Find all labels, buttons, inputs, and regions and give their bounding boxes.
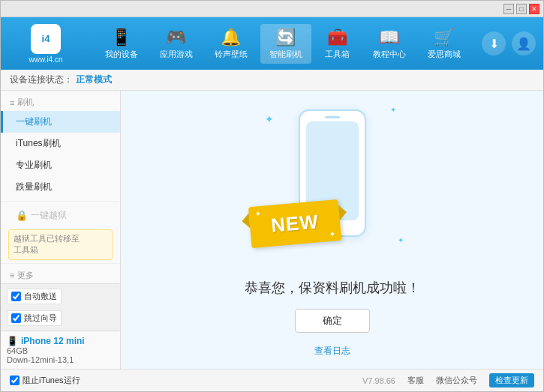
more-section-icon: ≡: [10, 271, 14, 280]
tutorial-icon: 📖: [379, 28, 399, 47]
middle-section: ≡ 刷机 一键刷机 iTunes刷机 专业刷机 跌量刷机: [1, 91, 543, 369]
bottom-bar: 阻止iTunes运行 V7.98.66 客服 微信公众号 检查更新: [1, 369, 543, 391]
itunes-running-checkbox[interactable]: [10, 376, 20, 385]
top-navigation: i4 www.i4.cn 📱 我的设备 🎮 应用游戏 🔔 铃声壁纸 🔄 智能刷机: [1, 17, 543, 70]
bottom-left: 阻止iTunes运行: [10, 375, 130, 386]
skip-wizard-checkbox[interactable]: 跳过向导: [7, 310, 62, 326]
itunes-running-text: 阻止iTunes运行: [23, 375, 80, 386]
phone-illustration: ✦ ✦ ✦ ✦ NEW ✦: [257, 102, 407, 267]
sidebar-divider-1: [1, 201, 120, 202]
minimize-button[interactable]: ─: [503, 4, 514, 14]
phone-speaker: [325, 116, 340, 118]
content-area: ✦ ✦ ✦ ✦ NEW ✦: [121, 91, 543, 369]
itunes-running-label[interactable]: 阻止iTunes运行: [10, 375, 80, 386]
skip-wizard-input[interactable]: [11, 313, 21, 323]
sidebar-scroll: ≡ 刷机 一键刷机 iTunes刷机 专业刷机 跌量刷机: [1, 91, 120, 283]
my-device-icon: 📱: [111, 28, 131, 47]
close-button[interactable]: ✕: [529, 4, 539, 14]
restore-button[interactable]: □: [516, 4, 527, 14]
lock-icon: 🔒: [16, 210, 28, 221]
nav-items: 📱 我的设备 🎮 应用游戏 🔔 铃声壁纸 🔄 智能刷机 🧰 工具箱 📖: [83, 24, 482, 64]
toolbox-icon: 🧰: [327, 28, 347, 47]
sidebar-item-lite-flash[interactable]: 跌量刷机: [1, 176, 120, 198]
device-capacity: 64GB: [7, 346, 114, 355]
logo-symbol: i4: [42, 33, 50, 44]
check-update-button[interactable]: 检查更新: [489, 373, 534, 388]
success-title: 恭喜您，保资料刷机成功啦！: [245, 279, 420, 297]
sidebar-section-flash: ≡ 刷机: [1, 94, 120, 111]
new-ribbon: ✦ NEW ✦: [248, 199, 341, 248]
version-text: V7.98.66: [362, 376, 395, 385]
auto-push-checkbox[interactable]: 自动敷送: [7, 289, 62, 304]
apps-games-label: 应用游戏: [160, 49, 193, 60]
wechat-official-link[interactable]: 微信公众号: [436, 375, 477, 386]
nav-smart-flash[interactable]: 🔄 智能刷机: [260, 24, 311, 64]
device-phone-icon: 📱: [7, 336, 18, 346]
logo-icon: i4: [31, 24, 61, 54]
device-name-row: 📱 iPhone 12 mini: [7, 336, 114, 346]
nav-apps-games[interactable]: 🎮 应用游戏: [151, 24, 202, 64]
sidebar-item-pro-flash[interactable]: 专业刷机: [1, 154, 120, 176]
auto-push-input[interactable]: [11, 292, 21, 301]
tutorial-label: 教程中心: [373, 49, 406, 60]
ringtones-label: 铃声壁纸: [215, 49, 248, 60]
sparkle-topright: ✦: [390, 106, 396, 114]
sidebar-item-onekey-flash[interactable]: 一键刷机: [1, 111, 120, 133]
view-log-link[interactable]: 查看日志: [314, 345, 350, 358]
status-bar: 设备连接状态： 正常模式: [1, 70, 543, 91]
flash-section-label: 刷机: [17, 97, 34, 108]
smart-flash-icon: 🔄: [275, 28, 296, 47]
confirm-button[interactable]: 确定: [295, 309, 370, 333]
nav-tutorial[interactable]: 📖 教程中心: [364, 24, 415, 64]
new-stars-left: ✦: [254, 209, 261, 218]
ringtones-icon: 🔔: [221, 28, 241, 47]
new-stars-right: ✦: [328, 229, 335, 238]
sparkle-topleft: ✦: [265, 113, 274, 125]
sidebar-section-more: ≡ 更多: [1, 267, 120, 283]
sidebar-bottom: 自动敷送 跳过向导: [1, 283, 120, 331]
nav-my-device[interactable]: 📱 我的设备: [96, 24, 147, 64]
flash-section-icon: ≡: [10, 98, 14, 107]
smart-flash-label: 智能刷机: [269, 49, 302, 60]
nav-toolbox[interactable]: 🧰 工具箱: [315, 24, 360, 64]
device-info-panel: 📱 iPhone 12 mini 64GB Down-12mini-13,1: [1, 331, 120, 369]
device-model: Down-12mini-13,1: [7, 355, 114, 364]
sidebar: ≡ 刷机 一键刷机 iTunes刷机 专业刷机 跌量刷机: [1, 91, 121, 369]
logo-subtext: www.i4.cn: [29, 55, 62, 64]
success-content: ✦ ✦ ✦ ✦ NEW ✦: [245, 102, 420, 358]
bottom-right: V7.98.66 客服 微信公众号 检查更新: [362, 373, 534, 388]
nav-right-buttons: ⬇ 👤: [482, 31, 536, 55]
mall-icon: 🛒: [434, 28, 454, 47]
status-value: 正常模式: [76, 73, 112, 86]
new-badge-text: NEW: [269, 210, 319, 237]
title-bar: ─ □ ✕: [1, 1, 543, 17]
sparkle-bottomright: ✦: [398, 236, 404, 244]
nav-mall[interactable]: 🛒 爱思商城: [419, 24, 470, 64]
app-window: ─ □ ✕ i4 www.i4.cn 📱 我的设备 🎮 应用游戏 🔔 铃声壁纸: [0, 0, 544, 392]
sidebar-item-itunes-flash[interactable]: iTunes刷机: [1, 133, 120, 154]
customer-service-link[interactable]: 客服: [407, 375, 424, 386]
status-label: 设备连接状态：: [10, 73, 73, 86]
more-section-label: 更多: [17, 270, 34, 281]
toolbox-label: 工具箱: [325, 49, 350, 60]
mall-label: 爱思商城: [428, 49, 461, 60]
user-button[interactable]: 👤: [512, 31, 536, 55]
sidebar-divider-2: [1, 263, 120, 264]
my-device-label: 我的设备: [105, 49, 138, 60]
nav-ringtones[interactable]: 🔔 铃声壁纸: [206, 24, 257, 64]
sidebar-jailbreak-notice: 越狱工具已转移至工具箱: [8, 229, 113, 260]
logo-area: i4 www.i4.cn: [8, 24, 83, 64]
device-name: iPhone 12 mini: [21, 336, 85, 346]
window-controls: ─ □ ✕: [503, 4, 539, 14]
download-button[interactable]: ⬇: [482, 31, 506, 55]
sidebar-section-jailbreak: 🔒 一键越狱: [1, 205, 120, 226]
apps-games-icon: 🎮: [166, 28, 186, 47]
